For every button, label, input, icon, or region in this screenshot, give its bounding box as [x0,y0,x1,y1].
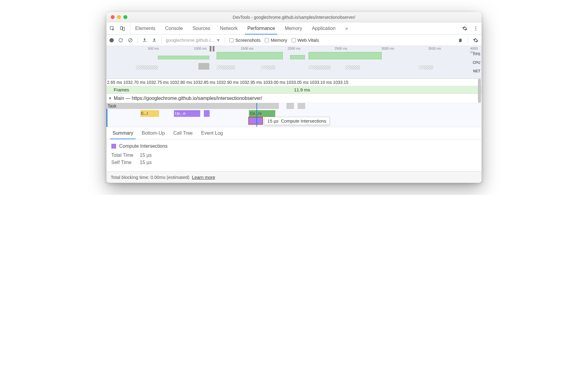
summary-total-time: 15 µs [140,153,152,158]
summary-self-time: 15 µs [140,160,152,165]
capture-settings-icon[interactable] [473,38,479,43]
dtab-summary[interactable]: Summary [109,127,137,139]
flame-scrollbar[interactable] [478,79,481,103]
learn-more-link[interactable]: Learn more [192,175,215,180]
svg-point-3 [475,26,476,27]
tab-overflow[interactable]: » [340,22,353,34]
svg-point-5 [475,29,476,30]
devtools-window: DevTools - googlechrome.github.io/sample… [106,12,482,183]
dtab-bottomup[interactable]: Bottom-Up [138,127,168,139]
frames-track[interactable]: Frames 11.9 ms [106,86,482,94]
flame-tooltip: 15 µsCompute Intersections [264,117,330,125]
webvitals-toggle[interactable]: Web Vitals [292,38,319,43]
titlebar: DevTools - googlechrome.github.io/sample… [106,12,482,22]
trash-icon[interactable] [458,38,463,43]
tab-application[interactable]: Application [307,22,340,34]
window-controls [106,15,127,19]
reload-icon[interactable] [118,38,123,43]
svg-line-7 [129,39,132,41]
main-thread-tracks[interactable]: Task E...l Up...e Co...rs 15 µsCompute I… [106,103,482,127]
settings-icon[interactable] [462,26,468,31]
tab-elements[interactable]: Elements [130,22,160,34]
summary-event-name: Compute Intersections [119,143,168,149]
tab-memory[interactable]: Memory [280,22,307,34]
inspect-icon[interactable] [109,26,115,31]
page-select-label: googlechrome.github.i... [166,38,214,43]
summary-color-swatch [111,144,116,149]
tab-network[interactable]: Network [215,22,243,34]
performance-toolbar: googlechrome.github.i... ▼ Screenshots M… [106,35,482,46]
svg-rect-9 [153,41,156,42]
more-icon[interactable] [473,26,479,31]
memory-toggle[interactable]: Memory [265,38,287,43]
fps-track [106,52,474,59]
upload-icon[interactable] [142,38,147,43]
playhead[interactable] [256,103,257,127]
record-button[interactable] [109,38,114,42]
footer-bar: Total blocking time: 0.00ms (estimated) … [106,171,482,183]
main-thread-header[interactable]: ▼ Main — https://googlechrome.github.io/… [106,94,482,103]
clear-icon[interactable] [128,38,133,43]
flame-ruler: 2.65 ms 1032.70 ms 1032.75 ms 1032.80 ms… [106,79,482,86]
panel-tabbar: Elements Console Sources Network Perform… [106,22,482,35]
flame-block-co[interactable]: Co...rs [249,110,275,117]
svg-rect-1 [120,26,122,30]
overview-handle-right[interactable] [213,46,214,51]
tab-performance[interactable]: Performance [243,22,280,34]
window-title: DevTools - googlechrome.github.io/sample… [106,15,482,20]
overview-handle-left[interactable] [210,46,211,51]
screenshots-toggle[interactable]: Screenshots [229,38,260,43]
dtab-calltree[interactable]: Call Tree [170,127,196,139]
zoom-icon[interactable] [123,15,127,19]
svg-rect-8 [143,41,146,42]
svg-rect-2 [123,27,125,31]
minimize-icon[interactable] [117,15,121,19]
flame-block-e[interactable]: E...l [140,110,159,117]
flame-block-up[interactable]: Up...e [174,110,200,117]
flame-chart[interactable]: 2.65 ms 1032.70 ms 1032.75 ms 1032.80 ms… [106,79,482,127]
flame-block-selected[interactable] [249,117,262,124]
cpu-track [106,61,474,70]
collapse-icon[interactable]: ▼ [108,96,112,100]
detail-tabbar: Summary Bottom-Up Call Tree Event Log [106,127,482,139]
tab-console[interactable]: Console [160,22,188,34]
download-icon[interactable] [152,38,157,43]
overview-pane[interactable]: 500 ms 1000 ms 1500 ms 2000 ms 2500 ms 3… [106,46,482,79]
blocking-time-text: Total blocking time: 0.00ms (estimated) [111,175,189,180]
tab-sources[interactable]: Sources [188,22,215,34]
close-icon[interactable] [111,15,115,19]
svg-point-4 [475,28,476,29]
device-toggle-icon[interactable] [120,26,125,31]
dtab-eventlog[interactable]: Event Log [198,127,227,139]
summary-panel: Compute Intersections Total Time 15 µs S… [106,139,482,171]
page-select[interactable]: googlechrome.github.i... ▼ [166,38,220,43]
chevron-down-icon: ▼ [216,38,220,43]
flame-task[interactable]: Task [106,103,279,109]
